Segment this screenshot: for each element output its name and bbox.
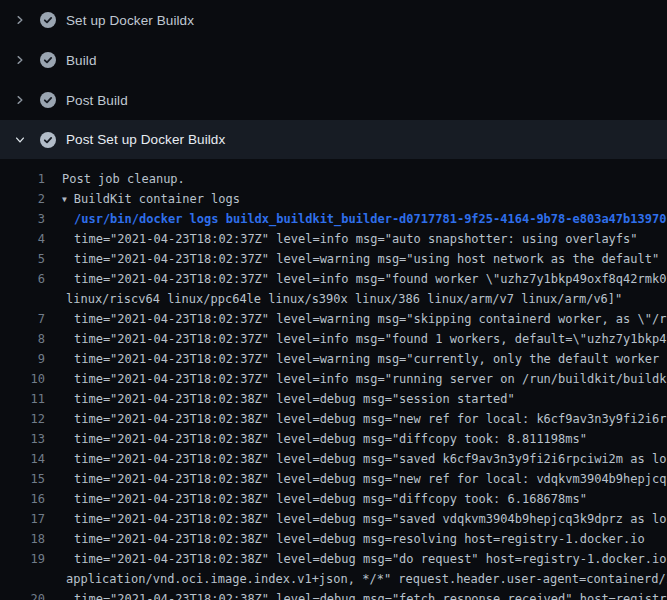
log-line-4: 4time="2021-04-23T18:02:37Z" level=info … [0,229,667,249]
log-line-number[interactable]: 16 [0,492,45,506]
log-group-header[interactable]: ▼BuildKit container logs [45,192,240,206]
log-line-number[interactable]: 3 [0,212,45,226]
log-message-text: time="2021-04-23T18:02:38Z" level=debug … [45,452,667,466]
chevron-down-icon [12,132,28,148]
log-message-text: time="2021-04-23T18:02:38Z" level=debug … [45,532,645,546]
chevron-right-icon [12,52,28,68]
check-circle-icon [40,12,56,28]
log-message-text: time="2021-04-23T18:02:37Z" level=warnin… [45,312,667,326]
log-group-toggle-icon[interactable]: ▼ [62,195,67,204]
log-line-number[interactable]: 19 [0,552,45,566]
log-line-number[interactable]: 15 [0,472,45,486]
log-message-text: time="2021-04-23T18:02:38Z" level=debug … [45,552,667,566]
log-message-text: linux/riscv64 linux/ppc64le linux/s390x … [45,292,622,306]
log-line-wrap: application/vnd.oci.image.index.v1+json,… [0,569,667,589]
workflow-steps-list: Set up Docker BuildxBuildPost BuildPost … [0,0,667,159]
log-line-number[interactable]: 4 [0,232,45,246]
log-line-11: 11time="2021-04-23T18:02:38Z" level=debu… [0,389,667,409]
log-group-label[interactable]: BuildKit container logs [74,192,240,206]
log-line-number[interactable]: 13 [0,432,45,446]
log-message-text: time="2021-04-23T18:02:37Z" level=warnin… [45,252,659,266]
step-label: Post Set up Docker Buildx [66,132,225,147]
log-message-text: time="2021-04-23T18:02:37Z" level=info m… [45,372,667,386]
log-message-text: time="2021-04-23T18:02:38Z" level=debug … [45,512,667,526]
step-label: Build [66,53,97,68]
log-line-13: 13time="2021-04-23T18:02:38Z" level=debu… [0,429,667,449]
log-line-18: 18time="2021-04-23T18:02:38Z" level=debu… [0,529,667,549]
log-line-number[interactable]: 6 [0,272,45,286]
log-line-number[interactable]: 18 [0,532,45,546]
log-message-text: time="2021-04-23T18:02:38Z" level=debug … [45,432,587,446]
log-message-text: time="2021-04-23T18:02:38Z" level=debug … [45,472,667,486]
log-line-1: 1Post job cleanup. [0,169,667,189]
log-line-number[interactable]: 17 [0,512,45,526]
log-line-7: 7time="2021-04-23T18:02:37Z" level=warni… [0,309,667,329]
check-circle-icon [40,92,56,108]
log-line-3: 3/usr/bin/docker logs buildx_buildkit_bu… [0,209,667,229]
chevron-right-icon [12,12,28,28]
log-line-number[interactable]: 11 [0,392,45,406]
log-line-wrap: linux/riscv64 linux/ppc64le linux/s390x … [0,289,667,309]
log-line-10: 10time="2021-04-23T18:02:37Z" level=info… [0,369,667,389]
log-message-text: time="2021-04-23T18:02:38Z" level=debug … [45,592,667,600]
log-line-number[interactable]: 12 [0,412,45,426]
step-row-set-up-docker-buildx[interactable]: Set up Docker Buildx [0,0,667,40]
log-message-text: Post job cleanup. [45,172,185,186]
log-line-5: 5time="2021-04-23T18:02:37Z" level=warni… [0,249,667,269]
log-line-number[interactable]: 5 [0,252,45,266]
log-line-9: 9time="2021-04-23T18:02:37Z" level=warni… [0,349,667,369]
log-line-16: 16time="2021-04-23T18:02:38Z" level=debu… [0,489,667,509]
step-row-build[interactable]: Build [0,40,667,80]
log-line-number[interactable]: 1 [0,172,45,186]
log-line-8: 8time="2021-04-23T18:02:37Z" level=info … [0,329,667,349]
log-line-19: 19time="2021-04-23T18:02:38Z" level=debu… [0,549,667,569]
log-line-number[interactable]: 14 [0,452,45,466]
log-line-number[interactable]: 9 [0,352,45,366]
log-message-text: time="2021-04-23T18:02:37Z" level=info m… [45,272,667,286]
log-line-number[interactable]: 2 [0,192,45,206]
log-line-12: 12time="2021-04-23T18:02:38Z" level=debu… [0,409,667,429]
log-message-text: time="2021-04-23T18:02:38Z" level=debug … [45,492,587,506]
log-command-text: /usr/bin/docker logs buildx_buildkit_bui… [45,212,666,226]
log-line-6: 6time="2021-04-23T18:02:37Z" level=info … [0,269,667,289]
log-message-text: application/vnd.oci.image.index.v1+json,… [45,572,667,586]
step-row-post-build[interactable]: Post Build [0,80,667,120]
log-message-text: time="2021-04-23T18:02:37Z" level=warnin… [45,352,667,366]
log-message-text: time="2021-04-23T18:02:38Z" level=debug … [45,412,667,426]
step-label: Set up Docker Buildx [66,13,194,28]
log-line-17: 17time="2021-04-23T18:02:38Z" level=debu… [0,509,667,529]
step-label: Post Build [66,93,128,108]
log-message-text: time="2021-04-23T18:02:37Z" level=info m… [45,232,638,246]
check-circle-icon [40,52,56,68]
log-line-20: 20time="2021-04-23T18:02:38Z" level=debu… [0,589,667,600]
log-line-14: 14time="2021-04-23T18:02:38Z" level=debu… [0,449,667,469]
step-row-post-set-up-docker-buildx[interactable]: Post Set up Docker Buildx [0,120,667,159]
chevron-right-icon [12,92,28,108]
log-message-text: time="2021-04-23T18:02:38Z" level=debug … [45,392,515,406]
log-line-15: 15time="2021-04-23T18:02:38Z" level=debu… [0,469,667,489]
log-message-text: time="2021-04-23T18:02:37Z" level=info m… [45,332,667,346]
log-line-2: 2▼BuildKit container logs [0,189,667,209]
log-output: 1Post job cleanup.2▼BuildKit container l… [0,159,667,600]
log-line-number[interactable]: 7 [0,312,45,326]
log-line-number[interactable]: 10 [0,372,45,386]
check-circle-icon [40,132,56,148]
log-line-number[interactable]: 20 [0,592,45,600]
log-line-number[interactable]: 8 [0,332,45,346]
